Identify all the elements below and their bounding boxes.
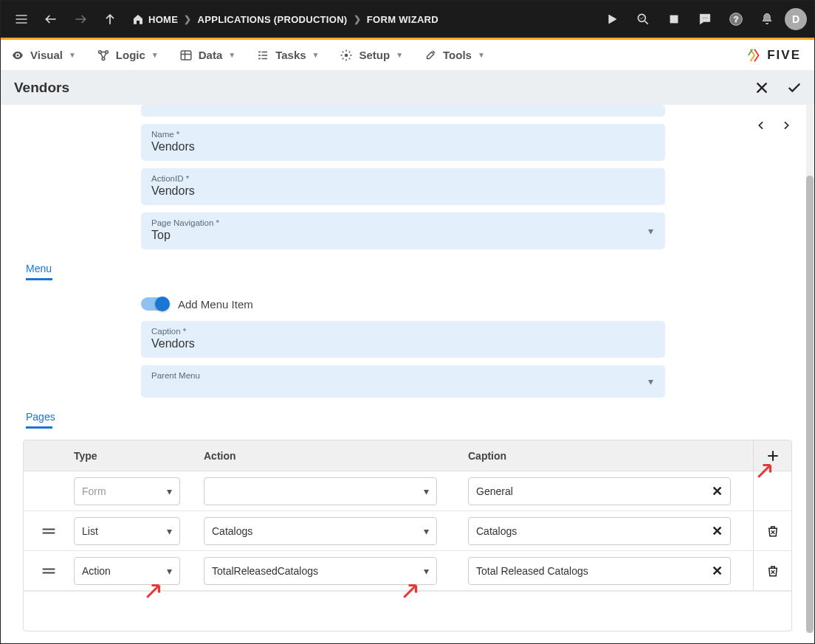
dropdown-icon: ▾ — [167, 525, 172, 537]
type-select[interactable]: Form ▾ — [74, 477, 180, 505]
menu-setup[interactable]: Setup▼ — [340, 49, 403, 62]
menu-visual[interactable]: Visual▼ — [11, 49, 76, 62]
type-select[interactable]: List ▾ — [74, 517, 180, 545]
caption-field[interactable]: Caption * Vendors — [141, 321, 665, 358]
add-menu-toggle[interactable] — [141, 297, 169, 311]
breadcrumb: HOME ❯ APPLICATIONS (PRODUCTION) ❯ FORM … — [132, 13, 439, 25]
delete-row-button — [753, 471, 791, 510]
add-page-button[interactable] — [753, 440, 791, 471]
dropdown-icon: ▾ — [424, 485, 429, 497]
pages-section-heading[interactable]: Pages — [1, 398, 55, 429]
pagenav-label: Page Navigation * — [151, 218, 655, 227]
caption-label: Caption * — [151, 327, 655, 336]
breadcrumb-formwizard[interactable]: FORM WIZARD — [367, 14, 439, 25]
forward-icon[interactable] — [67, 6, 94, 32]
hamburger-icon[interactable] — [8, 6, 35, 32]
drag-handle[interactable] — [24, 527, 74, 536]
svg-point-3 — [704, 18, 706, 19]
col-type-header: Type — [74, 450, 204, 462]
brand-logo: FIVE — [746, 47, 801, 63]
main-toolbar: Visual▼ Logic▼ Data▼ Tasks▼ Setup▼ Tools… — [1, 40, 814, 71]
breadcrumb-home[interactable]: HOME — [132, 13, 178, 25]
actionid-value: Vendors — [151, 184, 655, 198]
menu-tasks[interactable]: Tasks▼ — [256, 49, 319, 62]
pages-table-footer — [24, 591, 791, 631]
dropdown-icon: ▾ — [424, 525, 429, 537]
menu-data[interactable]: Data▼ — [179, 49, 235, 62]
svg-point-12 — [345, 53, 348, 57]
search-icon[interactable] — [630, 6, 656, 32]
drag-handle[interactable] — [24, 567, 74, 575]
clear-icon[interactable]: ✕ — [712, 523, 723, 539]
menu-tools[interactable]: Tools▼ — [424, 49, 485, 62]
svg-rect-11 — [181, 51, 191, 60]
menu-section-heading[interactable]: Menu — [1, 249, 52, 281]
pagenav-value: Top — [151, 229, 655, 242]
pages-table-header: Type Action Caption — [24, 440, 791, 471]
actionid-field[interactable]: ActionID * Vendors — [141, 168, 665, 205]
caption-value: Vendors — [151, 337, 655, 350]
field-truncated[interactable] — [141, 105, 665, 117]
page-header: Vendors — [1, 71, 814, 105]
chevron-right-icon: ❯ — [184, 14, 191, 24]
pages-table: Type Action Caption Form ▾ — [23, 440, 792, 631]
action-select[interactable]: Catalogs ▾ — [204, 517, 437, 545]
breadcrumb-home-label: HOME — [148, 14, 178, 25]
delete-row-button[interactable] — [753, 551, 791, 590]
svg-point-0 — [638, 14, 645, 21]
caption-input[interactable]: Total Released Catalogs ✕ — [468, 557, 731, 585]
name-value: Vendors — [151, 140, 655, 153]
next-icon[interactable] — [780, 120, 792, 131]
dropdown-icon: ▾ — [424, 565, 429, 577]
action-select[interactable]: TotalReleasedCatalogs ▾ — [204, 557, 437, 585]
prev-icon[interactable] — [755, 120, 767, 131]
menu-logic[interactable]: Logic▼ — [97, 49, 159, 62]
vertical-scrollbar[interactable] — [806, 102, 814, 633]
parent-menu-label: Parent Menu — [151, 371, 655, 380]
up-icon[interactable] — [97, 6, 123, 32]
name-label: Name * — [151, 130, 655, 139]
bell-icon[interactable] — [754, 6, 780, 32]
action-select[interactable]: ▾ — [204, 477, 437, 505]
avatar[interactable]: D — [785, 8, 807, 30]
dropdown-icon: ▾ — [648, 225, 653, 237]
type-select[interactable]: Action ▾ — [74, 557, 180, 585]
page-title: Vendors — [14, 80, 69, 96]
delete-row-button[interactable] — [753, 511, 791, 550]
svg-point-7 — [17, 54, 19, 56]
col-action-header: Action — [204, 450, 461, 462]
parent-menu-field[interactable]: Parent Menu ▾ — [141, 365, 665, 398]
chat-icon[interactable] — [692, 6, 718, 32]
pagenav-field[interactable]: Page Navigation * Top ▾ — [141, 212, 665, 249]
table-row: Form ▾ ▾ General ✕ — [24, 471, 791, 511]
caption-input[interactable]: Catalogs ✕ — [468, 517, 731, 545]
back-icon[interactable] — [38, 6, 64, 32]
breadcrumb-applications[interactable]: APPLICATIONS (PRODUCTION) — [198, 14, 348, 25]
table-row: Action ▾ TotalReleasedCatalogs ▾ Total R… — [24, 551, 791, 591]
check-icon[interactable] — [786, 80, 802, 96]
caption-input[interactable]: General ✕ — [468, 477, 731, 505]
chevron-right-icon: ❯ — [354, 14, 361, 24]
svg-point-2 — [703, 18, 704, 19]
svg-point-4 — [706, 18, 708, 19]
close-icon[interactable] — [754, 80, 770, 96]
svg-text:?: ? — [733, 14, 738, 24]
play-icon[interactable] — [599, 6, 625, 32]
help-icon[interactable]: ? — [723, 6, 749, 32]
clear-icon[interactable]: ✕ — [712, 483, 723, 499]
dropdown-icon: ▾ — [648, 375, 653, 387]
stop-icon[interactable] — [661, 6, 687, 32]
col-caption-header: Caption — [461, 450, 753, 462]
table-row: List ▾ Catalogs ▾ Catalogs ✕ — [24, 511, 791, 551]
content-area: Name * Vendors ActionID * Vendors Page N… — [1, 105, 814, 644]
clear-icon[interactable]: ✕ — [712, 563, 723, 579]
dropdown-icon: ▾ — [167, 485, 172, 497]
top-navbar: HOME ❯ APPLICATIONS (PRODUCTION) ❯ FORM … — [1, 1, 814, 38]
svg-rect-1 — [670, 15, 678, 23]
actionid-label: ActionID * — [151, 174, 655, 183]
dropdown-icon: ▾ — [167, 565, 172, 577]
name-field[interactable]: Name * Vendors — [141, 124, 665, 161]
add-menu-label: Add Menu Item — [178, 298, 253, 311]
